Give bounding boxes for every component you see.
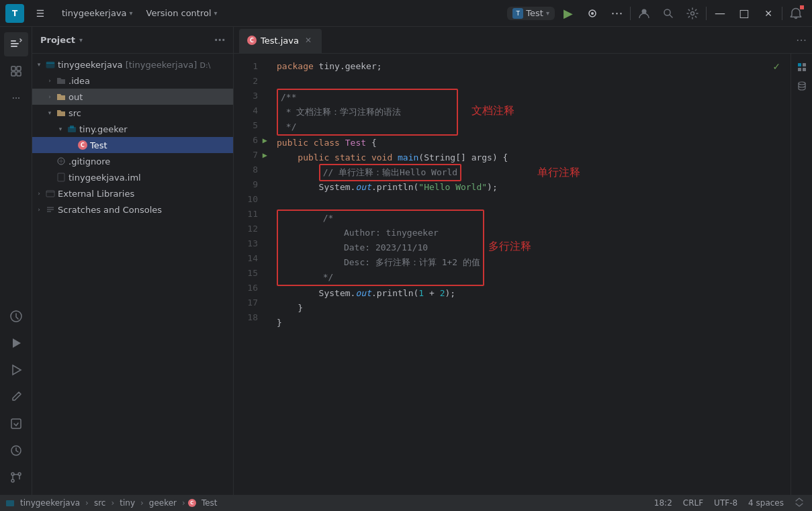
- tree-arrow-idea: ›: [46, 77, 54, 85]
- learn-icon[interactable]: [4, 304, 28, 328]
- tree-item-idea[interactable]: › .idea: [32, 73, 233, 89]
- project-view-icon[interactable]: [4, 32, 28, 56]
- build-icon[interactable]: [4, 385, 28, 409]
- project-icon: [46, 60, 55, 69]
- editor-tabs-more[interactable]: ⋯: [796, 34, 807, 46]
- line-numbers: 1 2 3 4 5 6▶ 7▶ 8 9 10 11 12 13 14 15 16: [234, 54, 266, 495]
- editor-wrapper: 1 2 3 4 5 6▶ 7▶ 8 9 10 11 12 13 14 15 16: [234, 54, 812, 495]
- svg-rect-6: [11, 40, 16, 42]
- run-config-selector[interactable]: T Test ▾: [507, 7, 555, 20]
- git-icon[interactable]: [4, 465, 28, 490]
- tab-close-button[interactable]: ✕: [303, 35, 314, 46]
- tab-icon: C: [247, 36, 257, 45]
- encoding[interactable]: UTF-8: [711, 498, 740, 508]
- app-logo[interactable]: T: [5, 4, 24, 23]
- sep1: ›: [85, 498, 89, 508]
- code-line-14: Desc: 多行注释：计算 1+2 的值: [281, 255, 480, 270]
- tree-item-root[interactable]: ▾ tinygeekerjava [tinygeekerjava] D:\: [32, 56, 233, 73]
- status-file[interactable]: Test: [199, 498, 220, 508]
- close-button[interactable]: ✕: [758, 3, 779, 24]
- sep4: ›: [182, 498, 185, 508]
- more-actions-button[interactable]: ⋯: [606, 3, 627, 24]
- tree-item-ext[interactable]: › External Libraries: [32, 185, 233, 201]
- status-project[interactable]: tinygeekerjava: [17, 498, 83, 508]
- tree-item-out[interactable]: › out: [32, 89, 233, 105]
- cursor-position[interactable]: 18:2: [651, 498, 675, 508]
- svg-rect-7: [11, 43, 19, 44]
- doc-comment-box: /** * 文档注释：学习注释的语法 */: [277, 89, 458, 136]
- line-num-15: 15: [234, 266, 266, 281]
- debug-panel-icon[interactable]: [4, 358, 28, 382]
- status-project-icon: [5, 498, 15, 508]
- tree-item-iml[interactable]: › tinygeekjava.iml: [32, 169, 233, 185]
- expand-status-icon[interactable]: [792, 498, 807, 509]
- panel-more-icon[interactable]: ⋯: [214, 34, 225, 46]
- settings-button[interactable]: [682, 3, 703, 24]
- profile-button[interactable]: [633, 3, 655, 24]
- tree-label-tiny: tiny.geeker: [79, 124, 128, 134]
- java-icon: C: [78, 140, 87, 150]
- code-editor[interactable]: ✓ package tiny.geeker; /** * 文档注释：学习注释的语…: [266, 54, 791, 495]
- minimize-button[interactable]: —: [709, 3, 731, 24]
- tree-item-test[interactable]: › C Test: [32, 137, 233, 153]
- tree-arrow-src: ▾: [46, 109, 54, 117]
- project-menu-item[interactable]: tinygeekerjava ▾: [56, 5, 138, 21]
- svg-point-1: [591, 12, 594, 15]
- search-button[interactable]: [658, 3, 679, 24]
- run-panel-icon[interactable]: [4, 331, 28, 355]
- iml-file-icon: [56, 173, 66, 182]
- tree-item-scratches[interactable]: › Scratches and Consoles: [32, 201, 233, 218]
- tab-test-java[interactable]: C Test.java ✕: [239, 29, 322, 53]
- status-src[interactable]: src: [91, 498, 109, 508]
- single-comment-wrapper: // 单行注释：输出Hello World 单行注释: [277, 165, 780, 180]
- indent-settings[interactable]: 4 spaces: [746, 498, 786, 508]
- svg-rect-23: [70, 126, 74, 128]
- code-line-12: Author: tinygeeker: [281, 226, 480, 240]
- multi-comment-label: 多行注释: [488, 239, 531, 254]
- database-button[interactable]: [794, 78, 810, 94]
- line-ending[interactable]: CRLF: [680, 498, 706, 508]
- doc-comment-label: 文档注释: [471, 103, 514, 118]
- tree-item-tiny-geeker[interactable]: ▾ tiny.geeker: [32, 121, 233, 137]
- svg-rect-31: [798, 63, 801, 66]
- tree-label-ext: External Libraries: [58, 189, 134, 199]
- title-bar-right: T Test ▾ ▶ ⋯ — □ ✕: [507, 3, 807, 24]
- out-folder-icon: [56, 92, 66, 101]
- svg-point-35: [799, 82, 805, 85]
- run-button[interactable]: ▶: [557, 3, 579, 24]
- line-num-12: 12: [234, 222, 266, 236]
- svg-rect-36: [6, 500, 14, 506]
- line-num-16: 16: [234, 281, 266, 295]
- hamburger-menu[interactable]: ☰: [30, 3, 51, 24]
- notifications-button[interactable]: [785, 3, 807, 24]
- code-line-17: }: [277, 301, 780, 316]
- debug-button[interactable]: [582, 3, 603, 24]
- code-line-13: Date: 2023/11/10: [281, 240, 480, 255]
- line-num-4: 4: [234, 103, 266, 118]
- line-num-7: 7▶: [234, 148, 266, 162]
- coverage-icon[interactable]: [4, 412, 28, 436]
- scratches-icon: [46, 205, 55, 214]
- tree-item-src[interactable]: ▾ src: [32, 105, 233, 121]
- code-line-7: public static void main(String[] args) {: [277, 150, 780, 165]
- maximize-button[interactable]: □: [733, 3, 755, 24]
- svg-rect-34: [803, 68, 806, 71]
- status-tiny[interactable]: tiny: [117, 498, 138, 508]
- svg-rect-21: [46, 62, 54, 68]
- svg-rect-11: [11, 72, 15, 76]
- more-icon[interactable]: ···: [4, 86, 28, 110]
- svg-line-4: [670, 15, 672, 17]
- version-control-menu-item[interactable]: Version control ▾: [141, 5, 223, 21]
- plugins-icon[interactable]: [4, 59, 28, 83]
- code-line-1: package tiny.geeker;: [277, 59, 780, 74]
- line-num-13: 13: [234, 236, 266, 251]
- tree-item-gitignore[interactable]: › .gitignore: [32, 153, 233, 169]
- tree-label-iml: tinygeekjava.iml: [69, 173, 141, 183]
- tree-arrow-root: ▾: [35, 60, 43, 68]
- panel-chevron: ▾: [79, 36, 83, 44]
- status-geeker[interactable]: geeker: [146, 498, 179, 508]
- code-line-18: }: [277, 316, 780, 330]
- structure-button[interactable]: [794, 59, 810, 75]
- history-icon[interactable]: [4, 438, 28, 463]
- tree-label-src: src: [69, 108, 81, 118]
